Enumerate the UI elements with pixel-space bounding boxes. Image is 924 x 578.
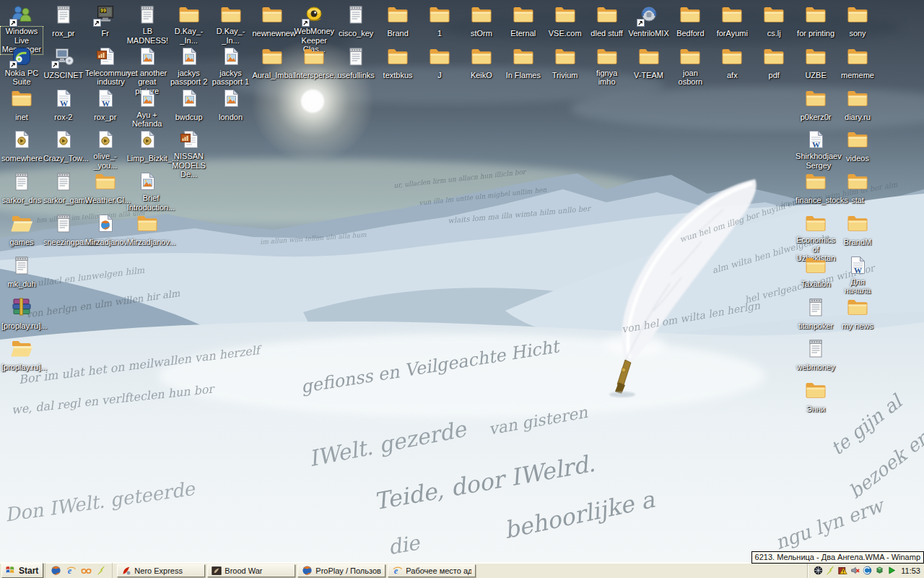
start-button[interactable]: Start bbox=[1, 563, 43, 578]
desktop-icon-limp-bizkit[interactable]: Limp_Bizkit_... bbox=[126, 128, 168, 164]
desktop-icon-proplay-ru[interactable]: [proplay.ru]... bbox=[1, 296, 43, 332]
desktop-icon-webmoney[interactable]: webmoney bbox=[795, 337, 837, 373]
desktop-icon-mirzadjanov[interactable]: Mirzadjanov... bbox=[126, 212, 168, 248]
desktop-icon-textbkus[interactable]: textbkus bbox=[377, 45, 419, 81]
desktop-icon-games[interactable]: games bbox=[1, 212, 43, 248]
desktop-icon-forayumi[interactable]: forAyumi bbox=[711, 3, 753, 39]
folder-icon bbox=[720, 3, 744, 26]
desktop-icon-uzbe[interactable]: UZBE bbox=[795, 45, 837, 81]
desktop-icon-p0kerz0r[interactable]: p0kerz0r bbox=[795, 87, 837, 123]
desktop-icon-sony[interactable]: sony bbox=[837, 3, 879, 39]
play-triangle-tray-icon[interactable] bbox=[886, 566, 897, 576]
folder-icon bbox=[596, 45, 619, 68]
desktop-icon-keiko[interactable]: KeikO bbox=[461, 45, 502, 81]
desktop-icon-pdf[interactable]: pdf bbox=[753, 45, 795, 81]
messenger-icon bbox=[10, 3, 33, 26]
folder-icon bbox=[428, 3, 451, 26]
desktop-icon-london[interactable]: london bbox=[210, 87, 252, 123]
desktop-icon-uzscinet[interactable]: UZSCINET bbox=[43, 45, 84, 81]
desktop-icon-shirkhodjaev-sergey[interactable]: WShirkhodjaev Sergey bbox=[795, 128, 837, 171]
taskbar-task-proplay-пользова[interactable]: ProPlay / Пользова... bbox=[297, 564, 385, 577]
desktop-icon-sarkor-gamer[interactable]: sarkor_gamer bbox=[43, 170, 84, 206]
desktop-icon-nokia-pc-suite[interactable]: Nokia PC Suite bbox=[1, 45, 43, 88]
desktop-icon-telecommun-industry[interactable]: Telecommun... industry bbox=[84, 45, 126, 88]
desktop-icon-proplay-ru[interactable]: [proplay.ru]... bbox=[1, 337, 43, 373]
desktop-icon-bwdcup[interactable]: bwdcup bbox=[168, 87, 210, 123]
desktop-icon-newnewnew[interactable]: newnewnew bbox=[251, 3, 293, 39]
taskbar-task-brood-war[interactable]: Brood War bbox=[207, 564, 295, 577]
desktop-icon-olive-you[interactable]: olive_-_you... bbox=[84, 128, 126, 171]
warning-shield-tray-icon[interactable] bbox=[837, 566, 847, 576]
desktop-icon-cs-lj[interactable]: cs.lj bbox=[753, 3, 795, 39]
lightning-icon[interactable] bbox=[95, 565, 107, 577]
desktop-icon-videos[interactable]: videos bbox=[837, 128, 879, 164]
icon-label: Bedford bbox=[676, 29, 705, 38]
desktop-icon-diary-ru[interactable]: diary.ru bbox=[837, 87, 879, 123]
blue-disc-tray-icon[interactable] bbox=[862, 566, 872, 576]
desktop-icon-sneezingpanda[interactable]: sneezingpanda bbox=[43, 212, 84, 248]
desktop-icon-j[interactable]: J bbox=[419, 45, 461, 81]
internet-explorer-icon[interactable]: e bbox=[65, 565, 77, 577]
desktop-icon-aural-imbal[interactable]: Aural_Imbal... bbox=[251, 45, 293, 81]
glasses-icon[interactable] bbox=[80, 565, 92, 577]
icon-label: forAyumi bbox=[716, 29, 749, 38]
desktop-icon-sarkor-dns[interactable]: sarkor_dns bbox=[1, 170, 43, 206]
desktop-icon-usefullinks[interactable]: usefullinks bbox=[335, 45, 377, 81]
taskbar-task-nero-express[interactable]: Nero Express bbox=[117, 564, 205, 577]
desktop-icon-fr[interactable]: 99Fr bbox=[84, 3, 126, 39]
dark-globe-tray-icon[interactable] bbox=[813, 566, 823, 576]
desktop-icon-ayu-nefanda[interactable]: Ayu + Nefanda bbox=[126, 87, 168, 130]
desktop-icon-joan-osborn[interactable]: joan osborn bbox=[669, 45, 711, 88]
desktop-icon-cisco-key[interactable]: cisco_key bbox=[335, 3, 377, 39]
desktop-icon-inet[interactable]: inet bbox=[1, 87, 43, 123]
desktop-icon-mememe[interactable]: mememe bbox=[837, 45, 879, 81]
lightning-tray-icon[interactable] bbox=[825, 566, 835, 576]
desktop-icon-энни[interactable]: Энни bbox=[795, 379, 837, 415]
desktop-icon-stat[interactable]: stat bbox=[837, 170, 879, 206]
desktop-icon-eternal[interactable]: Eternal bbox=[502, 3, 544, 39]
folder-icon bbox=[178, 3, 201, 26]
desktop-icon-mirzadjanov[interactable]: Mirzadjanov bbox=[84, 212, 126, 248]
desktop-icon-d-kay-in[interactable]: D.Kay_-_In... bbox=[168, 3, 210, 46]
desktop-icon-for-printing[interactable]: for printing bbox=[795, 3, 837, 39]
desktop-icon-rox-2[interactable]: Wrox-2 bbox=[43, 87, 84, 123]
desktop-icon-lb-madness[interactable]: LB MADNESS! bbox=[126, 3, 168, 46]
taskbar-task-рабочее-место-адм[interactable]: eРабочее место адм... bbox=[388, 564, 476, 577]
desktop-icon-rox-pr[interactable]: rox_pr bbox=[43, 3, 84, 39]
desktop-icon-jackys-passport-1[interactable]: jackys passport 1 bbox=[210, 45, 252, 88]
desktop-icon-in-flames[interactable]: In Flames bbox=[502, 45, 544, 81]
desktop-icon-ventrilomix[interactable]: VentriloMIX bbox=[628, 3, 670, 39]
desktop-icon-bedford[interactable]: Bedford bbox=[669, 3, 711, 39]
desktop-icon-rox-pr[interactable]: Wrox_pr bbox=[84, 87, 126, 123]
desktop-icon-finance-stocks[interactable]: finance_stocks bbox=[795, 170, 837, 206]
desktop-icon-1[interactable]: 1 bbox=[419, 3, 461, 39]
desktop-icon-vse-com[interactable]: VSE.com bbox=[544, 3, 586, 39]
desktop-icon-brand[interactable]: Brand bbox=[377, 3, 419, 39]
desktop-icon-weather-cl[interactable]: Weather.Cl... bbox=[84, 170, 126, 206]
desktop-icon-afx[interactable]: afx bbox=[711, 45, 753, 81]
desktop-icon-d-kay-in[interactable]: D.Kay_-_In... bbox=[210, 3, 252, 46]
desktop-icon-titanpoker[interactable]: titanpoker bbox=[795, 296, 837, 332]
desktop-icon-v-team[interactable]: V-TEAM bbox=[628, 45, 670, 81]
icon-label: In Flames bbox=[505, 71, 541, 80]
desktop-icon-для-начала[interactable]: WДля начала bbox=[837, 254, 879, 297]
desktop-icon-dled-stuff[interactable]: dled stuff bbox=[586, 3, 628, 39]
desktop-icon-storm[interactable]: stOrm bbox=[461, 3, 502, 39]
desktop-icon-jackys-passport-2[interactable]: jackys passport 2 bbox=[168, 45, 210, 88]
desktop-icon-my-news[interactable]: my news bbox=[837, 296, 879, 332]
desktop-icon-brief-introduction[interactable]: Brief Introduction... bbox=[126, 170, 168, 213]
green-stack-tray-icon[interactable] bbox=[874, 566, 884, 576]
icon-label: Weather.Cl... bbox=[84, 196, 131, 205]
desktop-icon-taxation[interactable]: Taxation bbox=[795, 254, 837, 290]
desktop-icon-nissan-models-de[interactable]: NISSAN MODELS De... bbox=[168, 128, 210, 180]
desktop-icon-crazy-tow[interactable]: Crazy_Tow... bbox=[43, 128, 84, 164]
desktop-icon-somewhere[interactable]: somewhere bbox=[1, 128, 43, 164]
desktop-icon-intersperse[interactable]: Intersperse... bbox=[293, 45, 335, 81]
firefox-icon[interactable] bbox=[50, 565, 61, 577]
desktop-icon-mk-duh[interactable]: mk_duh bbox=[1, 254, 43, 290]
desktop[interactable]: ur, ullaclen lirm un allacn hun illicln … bbox=[0, 0, 924, 562]
desktop-icon-fignya-imho[interactable]: fignya imho bbox=[586, 45, 628, 88]
desktop-icon-trivium[interactable]: Trivium bbox=[544, 45, 586, 81]
muted-volume-tray-icon[interactable] bbox=[850, 566, 860, 576]
desktop-icon-brandm[interactable]: BrandM bbox=[837, 212, 879, 248]
